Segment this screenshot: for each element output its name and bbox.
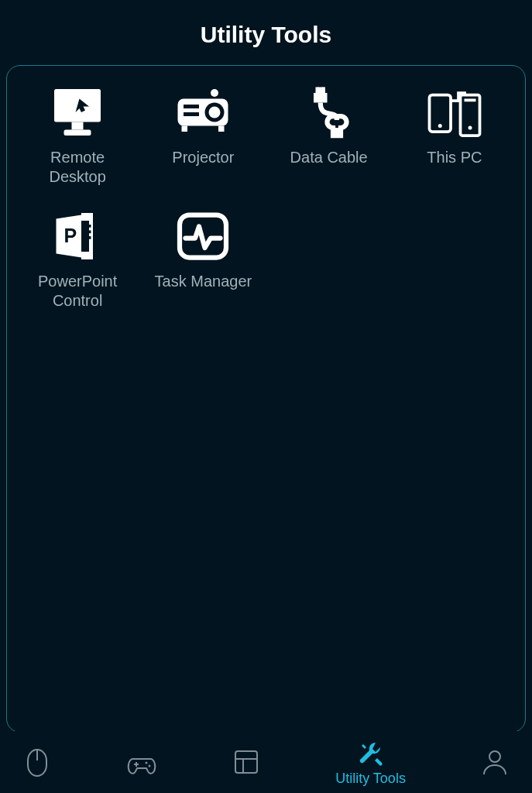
svg-rect-31 (235, 751, 257, 773)
tool-label: Remote Desktop (49, 148, 105, 187)
powerpoint-icon: P (46, 205, 108, 267)
tool-powerpoint-control[interactable]: P PowerPoint Control (15, 205, 140, 311)
svg-rect-1 (72, 122, 84, 130)
svg-rect-2 (64, 130, 91, 136)
tool-data-cable[interactable]: Data Cable (266, 81, 392, 187)
svg-rect-10 (182, 126, 188, 132)
svg-text:P: P (64, 225, 77, 246)
tool-label: Data Cable (290, 148, 368, 167)
nav-utility-tools[interactable]: Utility Tools (335, 738, 406, 787)
nav-label: Utility Tools (335, 771, 406, 787)
task-manager-icon (172, 205, 234, 267)
svg-rect-22 (84, 236, 91, 239)
svg-point-16 (438, 124, 442, 128)
svg-point-6 (209, 107, 221, 118)
tool-projector[interactable]: Projector (140, 81, 266, 187)
tool-label: PowerPoint Control (38, 272, 117, 311)
tool-label: This PC (427, 148, 482, 167)
svg-rect-8 (184, 112, 199, 116)
svg-rect-14 (322, 88, 325, 94)
tool-remote-desktop[interactable]: Remote Desktop (15, 81, 140, 187)
this-pc-icon (424, 81, 486, 143)
tool-task-manager[interactable]: Task Manager (140, 205, 266, 311)
svg-rect-20 (84, 225, 91, 228)
svg-rect-21 (84, 231, 91, 234)
tools-panel: Remote Desktop Projector Data Cable This… (6, 65, 526, 733)
page-header: Utility Tools (0, 0, 532, 65)
layout-icon (231, 747, 262, 778)
svg-rect-7 (184, 105, 199, 108)
svg-rect-13 (315, 88, 318, 94)
data-cable-icon (298, 81, 360, 143)
mouse-icon (22, 747, 53, 778)
svg-rect-11 (218, 126, 225, 132)
svg-point-34 (489, 751, 500, 762)
tools-grid: Remote Desktop Projector Data Cable This… (15, 81, 517, 311)
person-icon (479, 747, 510, 778)
nav-mouse[interactable] (22, 747, 53, 778)
svg-point-30 (149, 765, 151, 767)
tools-icon (355, 738, 386, 769)
tool-label: Task Manager (155, 272, 252, 291)
tool-this-pc[interactable]: This PC (392, 81, 517, 187)
bottom-navbar: Utility Tools (0, 731, 532, 793)
page-title: Utility Tools (0, 22, 532, 48)
gamepad-icon (126, 747, 157, 778)
nav-gamepad[interactable] (126, 747, 157, 778)
nav-profile[interactable] (479, 747, 510, 778)
projector-icon (172, 81, 234, 143)
svg-point-29 (146, 762, 148, 764)
svg-rect-12 (333, 128, 341, 138)
tool-label: Projector (172, 148, 234, 167)
svg-point-9 (211, 89, 218, 97)
nav-layout[interactable] (231, 747, 262, 778)
remote-desktop-icon (46, 81, 108, 143)
svg-point-19 (468, 126, 472, 130)
svg-rect-18 (464, 99, 475, 102)
